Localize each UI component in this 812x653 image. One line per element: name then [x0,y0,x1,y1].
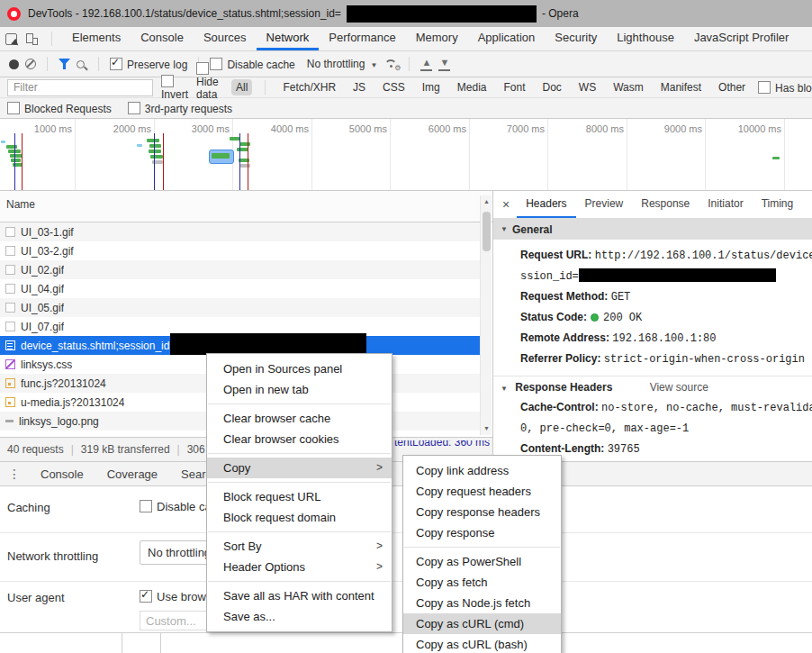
menu-item-copy-as-nodejs-fetch[interactable]: Copy as Node.js fetch [403,593,561,613]
close-icon[interactable]: × [493,191,517,218]
filter-type-manifest[interactable]: Manifest [656,79,706,95]
menu-separator [208,531,391,532]
device-toolbar-icon[interactable] [26,33,38,45]
waterfall-bar [6,145,17,149]
search-icon[interactable] [77,60,85,68]
scroll-down-icon[interactable]: ▼ [481,422,492,435]
inspect-element-icon[interactable] [5,33,17,45]
tab-security[interactable]: Security [545,27,607,50]
menu-item-copy-request-headers[interactable]: Copy request headers [403,481,561,502]
menu-item-block-request-url[interactable]: Block request URL [207,486,392,507]
redacted-session-id [347,5,537,23]
devtools-tabstrip: Elements Console Sources Network Perform… [0,27,812,51]
tick-label: 2000 ms [90,123,151,134]
menu-item-copy-as-curl-bash[interactable]: Copy as cURL (bash) [403,634,561,653]
filter-type-other[interactable]: Other [714,79,750,95]
filter-input[interactable] [7,79,153,96]
menu-item-copy-link-address[interactable]: Copy link address [403,460,561,481]
tab-network[interactable]: Network [257,27,320,50]
menu-item-open-in-sources[interactable]: Open in Sources panel [207,358,392,379]
tab-memory[interactable]: Memory [406,27,468,50]
tab-response[interactable]: Response [632,191,699,218]
menu-item-open-in-new-tab[interactable]: Open in new tab [207,379,392,400]
menu-item-clear-browser-cache[interactable]: Clear browser cache [207,408,392,429]
export-har-icon[interactable]: ▼ [438,58,450,71]
drawer-tab-coverage[interactable]: Coverage [95,467,169,481]
throttling-dropdown[interactable]: No throttling▼ [307,58,378,70]
redacted-session-id [170,333,366,355]
menu-item-block-request-domain[interactable]: Block request domain [207,507,392,528]
filter-type-font[interactable]: Font [499,79,529,95]
filter-type-doc[interactable]: Doc [537,79,565,95]
table-row[interactable]: UI_03-1.gif [0,222,480,241]
waterfall-bar [11,159,21,162]
menu-item-save-all-har[interactable]: Save all as HAR with content [207,585,392,606]
image-file-icon [5,246,15,256]
tab-headers[interactable]: Headers [517,191,575,218]
table-row[interactable]: UI_02.gif [0,260,480,279]
redacted-session-id [579,268,776,282]
menu-item-copy[interactable]: Copy> [207,458,392,478]
filter-type-wasm[interactable]: Wasm [609,79,648,95]
response-headers-section-header[interactable]: ▼ Response Headers View source [493,376,812,394]
tab-initiator[interactable]: Initiator [699,191,752,218]
general-section-header[interactable]: ▼ General [493,219,812,240]
requests-column-header[interactable]: Name [0,191,492,222]
menu-item-header-options[interactable]: Header Options> [207,557,392,577]
third-party-requests-checkbox[interactable]: 3rd-party requests [128,102,232,115]
tab-preview[interactable]: Preview [576,191,633,218]
tab-performance[interactable]: Performance [319,27,405,50]
request-details-panel: × Headers Preview Response Initiator Tim… [492,191,812,461]
filter-type-js[interactable]: JS [348,79,370,95]
scroll-up-icon[interactable]: ▲ [481,195,492,208]
menu-item-copy-as-fetch[interactable]: Copy as fetch [403,572,561,593]
tab-console[interactable]: Console [131,27,194,50]
disable-cache-drawer-checkbox[interactable]: Disable ca [140,500,212,513]
filter-type-img[interactable]: Img [418,79,445,95]
tab-timing[interactable]: Timing [753,191,803,218]
filter-type-fetch-xhr[interactable]: Fetch/XHR [278,79,340,95]
scrollbar-thumb[interactable] [483,212,491,251]
record-network-log-icon[interactable] [9,59,19,69]
blocked-requests-checkbox[interactable]: Blocked Requests [7,102,112,115]
tab-sources[interactable]: Sources [194,27,257,50]
table-row[interactable]: UI_04.gif [0,279,480,298]
menu-item-sort-by[interactable]: Sort By> [207,536,392,557]
script-file-icon [5,397,15,407]
use-browser-default-checkbox[interactable]: Use brows [140,590,212,603]
css-file-icon [5,359,15,369]
invert-checkbox[interactable]: Invert [161,75,188,101]
filter-icon[interactable] [59,59,70,69]
network-overview-timeline[interactable]: 1000 ms 2000 ms 3000 ms 4000 ms 5000 ms … [0,119,812,191]
table-row[interactable]: UI_03-2.gif [0,241,480,260]
filter-type-media[interactable]: Media [453,79,492,95]
tab-application[interactable]: Application [468,27,546,50]
filter-type-all[interactable]: All [231,79,252,95]
tick-label: 1000 ms [11,123,72,134]
more-options-icon[interactable]: ⋮ [0,467,29,481]
tab-javascript-profiler[interactable]: JavaScript Profiler [684,27,798,50]
menu-item-copy-as-powershell[interactable]: Copy as PowerShell [403,551,561,572]
tab-lighthouse[interactable]: Lighthouse [607,27,684,50]
menu-item-copy-response[interactable]: Copy response [403,522,561,543]
drawer-tab-console[interactable]: Console [29,467,95,481]
table-scrollbar[interactable]: ▲ ▼ [480,195,492,435]
submenu-arrow-icon: > [376,536,383,557]
waterfall-bar [10,154,23,158]
submenu-arrow-icon: > [376,458,383,478]
table-row[interactable]: UI_05.gif [0,298,480,317]
network-conditions-icon[interactable] [383,59,398,69]
preserve-log-checkbox[interactable]: Preserve log [110,58,187,71]
filter-type-ws[interactable]: WS [574,79,600,95]
has-blocked-cookies-checkbox[interactable]: Has blocked coo [758,81,812,95]
menu-item-copy-as-curl-cmd[interactable]: Copy as cURL (cmd) [403,613,561,634]
view-source-link[interactable]: View source [650,381,708,394]
filter-type-css[interactable]: CSS [378,79,410,95]
menu-item-clear-browser-cookies[interactable]: Clear browser cookies [207,429,392,449]
clear-network-log-icon[interactable] [25,59,36,69]
tab-elements[interactable]: Elements [62,27,131,50]
menu-item-save-as[interactable]: Save as... [207,606,392,627]
menu-item-copy-response-headers[interactable]: Copy response headers [403,502,561,522]
divider [51,32,52,46]
import-har-icon[interactable]: ▲ [420,58,432,71]
